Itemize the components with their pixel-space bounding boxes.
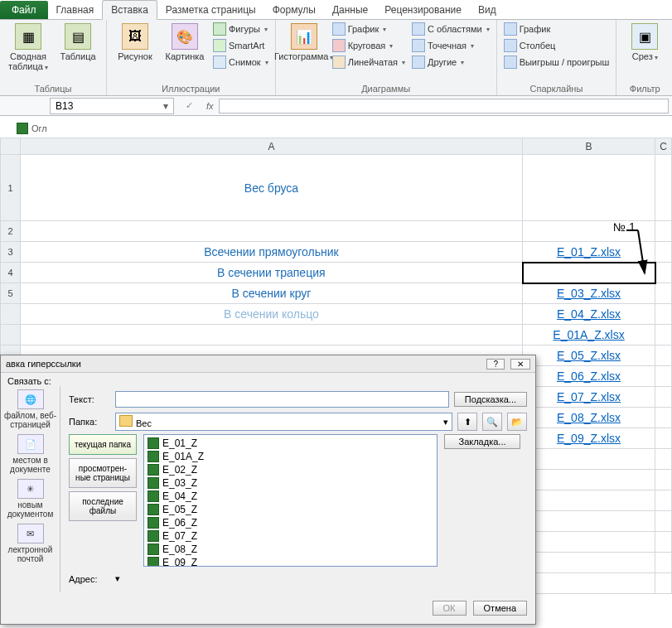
dialog-close-button[interactable]: ✕ [510,359,530,370]
address-combo[interactable]: ▾ [115,573,527,584]
picture-button[interactable]: 🖼Рисунок [112,22,158,63]
text-input[interactable] [115,391,449,408]
cell[interactable] [655,263,672,283]
chart-pie-button[interactable]: Круговая [331,38,407,53]
chart-line-button[interactable]: График [331,22,407,36]
slicer-button[interactable]: ▣Срез [621,22,668,65]
chart-area-button[interactable]: С областями [410,22,491,36]
cell[interactable]: В сечении трапеция [21,263,523,283]
chart-other-button[interactable]: Другие [410,55,491,70]
row-header[interactable]: 1 [1,155,21,221]
cell-title[interactable]: Вес бруса [21,155,523,221]
ok-button[interactable]: ОК [433,601,467,616]
file-item[interactable]: E_05_Z [146,503,435,516]
sparkline-winloss-button[interactable]: Выигрыш / проигрыш [502,55,612,70]
select-all-corner[interactable] [1,138,21,155]
cell[interactable] [655,325,672,345]
cell-link[interactable]: E_05_Z.xlsx [523,345,655,366]
table-button[interactable]: ▤Таблица [55,22,101,63]
row-header[interactable]: 4 [1,263,21,283]
cell[interactable] [655,221,672,242]
screenshot-button[interactable]: Снимок [211,55,270,70]
file-item[interactable]: E_09_Z [146,556,435,567]
cell-selected[interactable] [523,263,655,283]
row-header[interactable]: 3 [1,242,21,263]
cell-link[interactable]: E_04_Z.xlsx [523,304,655,325]
cell-link[interactable]: E_09_Z.xlsx [523,428,655,449]
file-item[interactable]: E_08_Z [146,543,435,556]
cell[interactable]: В сечении круг [21,283,523,304]
row-header[interactable] [1,304,21,325]
chart-bar-button[interactable]: Линейчатая [331,55,407,70]
file-item[interactable]: E_02_Z [146,463,435,476]
smartart-button[interactable]: SmartArt [211,38,270,53]
cell[interactable]: Всечении прямоугольник [21,242,523,263]
cell[interactable] [655,283,672,304]
cell-link[interactable]: E_06_Z.xlsx [523,366,655,387]
file-item[interactable]: E_07_Z [146,529,435,543]
linkto-email[interactable]: ✉лектронной почтой [4,524,57,563]
clipart-button[interactable]: 🎨Картинка [162,22,208,63]
tab-file[interactable]: Файл [0,1,48,19]
file-item[interactable]: E_03_Z [146,476,435,490]
cell-link[interactable]: E_01A_Z.xlsx [523,325,655,345]
cancel-button[interactable]: Отмена [473,601,527,616]
file-item[interactable]: E_01_Z [146,437,435,450]
column-header-a[interactable]: A [21,138,523,155]
fx-label[interactable]: fx [206,101,214,111]
cell[interactable] [655,387,672,408]
column-header-b[interactable]: B [523,138,655,155]
name-box[interactable]: B13▾ [50,98,174,114]
bookmark-button[interactable]: Закладка... [444,434,520,449]
sparkline-line-button[interactable]: График [502,22,612,36]
linkto-place-in-doc[interactable]: 📄местом в документе [4,434,57,474]
tab-home[interactable]: Главная [48,1,103,19]
row-header[interactable]: 5 [1,283,21,304]
chart-scatter-button[interactable]: Точечная [410,38,491,53]
histogram-button[interactable]: 📊Гистограмма [281,22,327,65]
cell[interactable] [655,408,672,428]
browsed-pages-button[interactable]: просмотрен- ные страницы [69,458,137,488]
browse-file-button[interactable]: 📂 [507,413,527,431]
cell[interactable] [21,325,523,345]
cell[interactable]: В сечении кольцо [21,304,523,325]
cell[interactable] [655,304,672,325]
row-header[interactable] [1,325,21,345]
cell[interactable] [655,155,672,221]
shapes-button[interactable]: Фигуры [211,22,270,36]
column-header-c[interactable]: C [655,138,672,155]
file-item[interactable]: E_01A_Z [146,450,435,463]
current-folder-button[interactable]: текущая папка [69,434,137,455]
hint-button[interactable]: Подсказка... [454,392,527,407]
cell-link[interactable]: E_07_Z.xlsx [523,387,655,408]
folder-combo[interactable]: Вес▾ [115,413,452,431]
cell[interactable] [21,221,523,242]
cell[interactable] [655,428,672,449]
cell-link[interactable]: E_01_Z.xlsx [523,242,655,263]
cell[interactable] [655,366,672,387]
tab-review[interactable]: Рецензирование [376,1,470,19]
formula-input[interactable] [219,99,669,114]
row-header[interactable]: 2 [1,221,21,242]
cell[interactable] [523,155,655,221]
tab-page-layout[interactable]: Разметка страницы [157,1,264,19]
pivot-table-button[interactable]: ▦Сводная таблица [5,22,51,75]
file-list[interactable]: E_01_ZE_01A_ZE_02_ZE_03_ZE_04_ZE_05_ZE_0… [143,434,438,567]
cell[interactable] [655,242,672,263]
linkto-new-doc[interactable]: ✳новым документом [4,479,57,519]
tab-data[interactable]: Данные [324,1,376,19]
browse-web-button[interactable]: 🔍 [482,413,502,431]
tab-insert[interactable]: Вставка [102,0,157,20]
sparkline-column-button[interactable]: Столбец [502,38,612,53]
cell[interactable] [523,221,655,242]
tab-view[interactable]: Вид [470,1,505,19]
up-folder-button[interactable]: ⬆ [457,413,477,431]
linkto-web[interactable]: 🌐файлом, веб-страницей [4,389,57,429]
recent-files-button[interactable]: последние файлы [69,491,137,521]
cell-link[interactable]: E_03_Z.xlsx [523,283,655,304]
cell[interactable] [655,345,672,366]
file-item[interactable]: E_04_Z [146,490,435,503]
file-item[interactable]: E_06_Z [146,516,435,529]
dialog-help-button[interactable]: ? [486,359,505,370]
tab-formulas[interactable]: Формулы [264,1,324,19]
